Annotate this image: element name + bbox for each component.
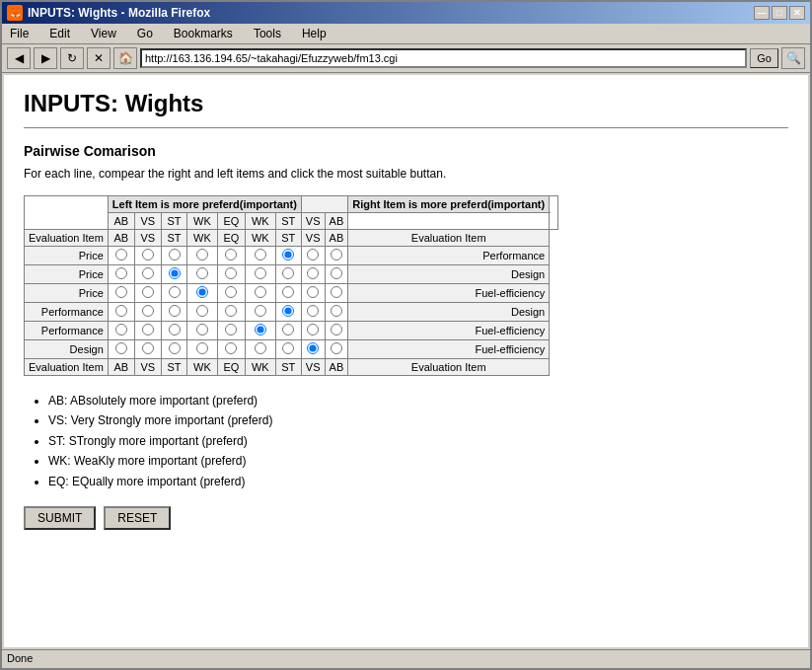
radio-input[interactable] (169, 249, 181, 261)
radio-input[interactable] (307, 249, 319, 261)
radio-input[interactable] (142, 267, 154, 279)
footer-eval-right: Evaluation Item (348, 359, 550, 376)
go-button[interactable]: Go (750, 48, 778, 68)
radio-input[interactable] (255, 286, 266, 298)
browser-window: 🦊 INPUTS: Wights - Mozilla Firefox — □ ✕… (0, 0, 812, 670)
radio-input[interactable] (142, 342, 154, 354)
radio-input[interactable] (282, 286, 294, 298)
radio-input[interactable] (169, 286, 181, 298)
menu-bar: File Edit View Go Bookmarks Tools Help (2, 24, 810, 44)
radio-input[interactable] (255, 249, 266, 261)
radio-input[interactable] (255, 324, 266, 335)
radio-input[interactable] (225, 342, 237, 354)
radio-input[interactable] (331, 305, 342, 317)
row-right-label: Fuel-efficiency (348, 284, 550, 303)
radio-input[interactable] (169, 342, 181, 354)
close-button[interactable]: ✕ (789, 6, 805, 20)
col-wk-right: WK (246, 213, 275, 230)
description-text: For each line, compear the right and lef… (24, 167, 788, 181)
menu-help[interactable]: Help (299, 26, 330, 41)
back-button[interactable]: ◀ (7, 47, 31, 69)
radio-input[interactable] (196, 267, 208, 279)
radio-input[interactable] (115, 267, 127, 279)
radio-input[interactable] (331, 324, 342, 335)
radio-input[interactable] (142, 249, 154, 261)
status-text: Done (7, 652, 33, 664)
row-right-label: Performance (348, 247, 550, 265)
submit-button[interactable]: SUBMIT (24, 506, 96, 530)
col-ab-left2: AB (108, 230, 134, 247)
home-button[interactable]: 🏠 (113, 47, 137, 69)
radio-input[interactable] (331, 267, 342, 279)
table-row: Price Fuel-efficiency (25, 284, 558, 303)
radio-input[interactable] (282, 267, 294, 279)
radio-input[interactable] (282, 324, 294, 335)
right-header: Right Item is more preferd(important) (348, 196, 550, 213)
radio-input[interactable] (331, 286, 342, 298)
minimize-button[interactable]: — (754, 6, 770, 20)
radio-input[interactable] (331, 342, 342, 354)
legend-item-st: ST: STrongly more important (preferd) (48, 431, 788, 451)
menu-tools[interactable]: Tools (251, 26, 284, 41)
radio-input[interactable] (196, 249, 208, 261)
radio-input[interactable] (307, 267, 319, 279)
radio-input[interactable] (225, 249, 237, 261)
radio-input[interactable] (196, 286, 208, 298)
address-input[interactable] (140, 48, 747, 68)
forward-button[interactable]: ▶ (34, 47, 57, 69)
legend-item-vs: VS: Very Strongly more important (prefer… (48, 410, 788, 430)
radio-input[interactable] (169, 324, 181, 335)
maximize-button[interactable]: □ (772, 6, 787, 20)
browser-icon: 🦊 (7, 5, 23, 21)
radio-input[interactable] (196, 342, 208, 354)
radio-input[interactable] (225, 305, 237, 317)
refresh-button[interactable]: ↻ (60, 47, 84, 69)
radio-input[interactable] (115, 305, 127, 317)
row-right-label: Design (348, 265, 550, 284)
search-button[interactable]: 🔍 (781, 47, 805, 69)
radio-input[interactable] (225, 324, 237, 335)
top-left-cell (25, 196, 109, 230)
row-left-label: Design (25, 340, 109, 359)
radio-input[interactable] (307, 286, 319, 298)
row-left-label: Price (25, 265, 109, 284)
menu-bookmarks[interactable]: Bookmarks (171, 26, 236, 41)
menu-edit[interactable]: Edit (46, 26, 73, 41)
left-header: Left Item is more preferd(important) (108, 196, 301, 213)
radio-input[interactable] (115, 342, 127, 354)
row-left-label: Performance (25, 322, 109, 340)
stop-button[interactable]: ✕ (87, 47, 111, 69)
radio-input[interactable] (142, 305, 154, 317)
radio-input[interactable] (331, 249, 342, 261)
row-left-label: Performance (25, 303, 109, 322)
status-bar: Done (2, 649, 810, 666)
radio-input[interactable] (169, 267, 181, 279)
radio-input[interactable] (307, 305, 319, 317)
radio-input[interactable] (255, 305, 266, 317)
radio-input[interactable] (282, 305, 294, 317)
radio-input[interactable] (225, 267, 237, 279)
toolbar: ◀ ▶ ↻ ✕ 🏠 Go 🔍 (2, 44, 810, 73)
radio-input[interactable] (282, 342, 294, 354)
radio-input[interactable] (196, 324, 208, 335)
radio-input[interactable] (142, 324, 154, 335)
radio-input[interactable] (115, 249, 127, 261)
radio-input[interactable] (142, 286, 154, 298)
radio-input[interactable] (282, 249, 294, 261)
menu-go[interactable]: Go (134, 26, 156, 41)
menu-view[interactable]: View (88, 26, 119, 41)
col-ab-right: AB (325, 213, 348, 230)
footer-eval-left: Evaluation Item (25, 359, 109, 376)
reset-button[interactable]: RESET (104, 506, 171, 530)
radio-input[interactable] (255, 267, 266, 279)
radio-input[interactable] (169, 305, 181, 317)
radio-input[interactable] (255, 342, 266, 354)
radio-input[interactable] (115, 324, 127, 335)
table-row: Design Fuel-efficiency (25, 340, 558, 359)
radio-input[interactable] (307, 342, 319, 354)
radio-input[interactable] (196, 305, 208, 317)
radio-input[interactable] (225, 286, 237, 298)
radio-input[interactable] (307, 324, 319, 335)
menu-file[interactable]: File (7, 26, 32, 41)
radio-input[interactable] (115, 286, 127, 298)
